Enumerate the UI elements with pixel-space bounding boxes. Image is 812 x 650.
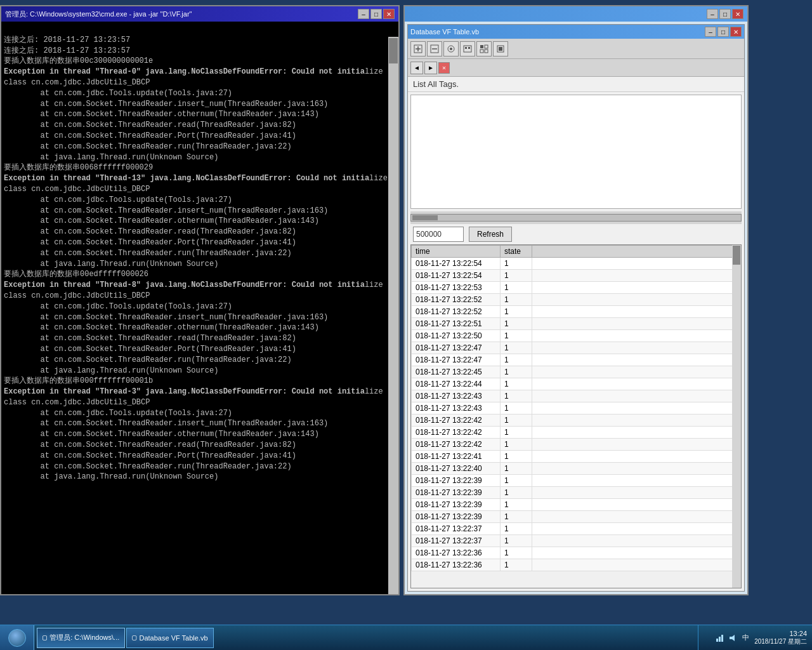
- cell-state: 1: [501, 499, 532, 511]
- table-row[interactable]: 018-11-27 13:22:421: [412, 427, 741, 439]
- cmd-maximize-button[interactable]: □: [370, 9, 382, 19]
- cmd-error-4: Exception in thread "Thread-3" java.lang…: [4, 387, 365, 396]
- refresh-button[interactable]: Refresh: [469, 227, 512, 242]
- toolbar-btn-5[interactable]: [476, 41, 492, 56]
- right-minimize-button[interactable]: –: [707, 9, 718, 19]
- cell-extra: [532, 318, 741, 330]
- cmd-error-1b: lize class cn.com.jdbc.JdbcUtils_DBCP at…: [4, 67, 388, 172]
- cmd-close-button[interactable]: ✕: [383, 9, 395, 19]
- table-row[interactable]: 018-11-27 13:22:471: [412, 342, 741, 354]
- cell-extra: [532, 306, 741, 318]
- cell-time: 018-11-27 13:22:51: [412, 318, 501, 330]
- sub-maximize-button[interactable]: □: [717, 27, 729, 37]
- table-row[interactable]: 018-11-27 13:22:361: [412, 559, 741, 571]
- cell-time: 018-11-27 13:22:37: [412, 535, 501, 547]
- table-row[interactable]: 018-11-27 13:22:391: [412, 499, 741, 511]
- table-row[interactable]: 018-11-27 13:22:451: [412, 366, 741, 378]
- h-scrollbar[interactable]: [410, 211, 742, 224]
- table-row[interactable]: 018-11-27 13:22:471: [412, 354, 741, 366]
- windows-orb: [8, 629, 26, 647]
- right-title-text: [409, 10, 707, 18]
- table-row[interactable]: 018-11-27 13:22:391: [412, 475, 741, 487]
- nav-back-button[interactable]: ◀: [410, 62, 423, 74]
- right-window: – □ ✕ Database VF Table.vb – □ ✕: [403, 5, 749, 595]
- start-button[interactable]: [0, 625, 34, 651]
- table-row[interactable]: 018-11-27 13:22:371: [412, 523, 741, 535]
- cell-extra: [532, 535, 741, 547]
- cell-state: 1: [501, 402, 532, 415]
- cmd-scrollbar[interactable]: [388, 37, 398, 594]
- cell-extra: [532, 390, 741, 402]
- cell-state: 1: [501, 354, 532, 366]
- table-row[interactable]: 018-11-27 13:22:521: [412, 294, 741, 306]
- cell-extra: [532, 547, 741, 559]
- toolbar-btn-1[interactable]: [410, 41, 426, 56]
- content-area: List All Tags. Refresh: [408, 77, 744, 591]
- taskbar-clock[interactable]: 13:24 2018/11/27 星期二: [754, 630, 807, 646]
- table-row[interactable]: 018-11-27 13:22:541: [412, 258, 741, 270]
- svg-rect-10: [480, 45, 483, 48]
- table-row[interactable]: 018-11-27 13:22:421: [412, 415, 741, 427]
- table-row[interactable]: 018-11-27 13:22:371: [412, 535, 741, 547]
- sub-title-text: Database VF Table.vb: [410, 28, 705, 36]
- cell-time: 018-11-27 13:22:53: [412, 282, 501, 294]
- cmd-title-text: 管理员: C:\Windows\system32\cmd.exe - java …: [5, 10, 358, 19]
- tree-panel[interactable]: [410, 95, 742, 209]
- table-row[interactable]: 018-11-27 13:22:511: [412, 318, 741, 330]
- sub-minimize-button[interactable]: –: [705, 27, 716, 37]
- table-row[interactable]: 018-11-27 13:22:521: [412, 306, 741, 318]
- cell-extra: [532, 439, 741, 451]
- table-row[interactable]: 018-11-27 13:22:531: [412, 282, 741, 294]
- taskbar-item-db[interactable]: ▢ Database VF Table.vb: [126, 628, 213, 648]
- data-table-body: 018-11-27 13:22:541018-11-27 13:22:54101…: [412, 258, 741, 571]
- nav-forward-button[interactable]: ▶: [424, 62, 437, 74]
- data-table: time state 018-11-27 13:22:541018-11-27 …: [411, 245, 741, 571]
- table-row[interactable]: 018-11-27 13:22:431: [412, 402, 741, 415]
- count-input[interactable]: [413, 227, 464, 242]
- cmd-error-3b: lize class cn.com.jdbc.JdbcUtils_DBCP at…: [4, 281, 388, 385]
- cell-extra: [532, 463, 741, 475]
- cell-time: 018-11-27 13:22:39: [412, 511, 501, 523]
- table-row[interactable]: 018-11-27 13:22:501: [412, 330, 741, 342]
- svg-point-6: [450, 48, 452, 50]
- table-row[interactable]: 018-11-27 13:22:421: [412, 439, 741, 451]
- cell-time: 018-11-27 13:22:50: [412, 330, 501, 342]
- sub-close-button[interactable]: ✕: [730, 27, 742, 37]
- data-table-container: time state 018-11-27 13:22:541018-11-27 …: [410, 244, 742, 588]
- right-close-button[interactable]: ✕: [732, 9, 743, 19]
- table-row[interactable]: 018-11-27 13:22:391: [412, 487, 741, 499]
- table-scroll[interactable]: time state 018-11-27 13:22:541018-11-27 …: [411, 245, 741, 588]
- right-maximize-button[interactable]: □: [719, 9, 731, 19]
- cell-state: 1: [501, 318, 532, 330]
- table-row[interactable]: 018-11-27 13:22:411: [412, 451, 741, 463]
- cmd-minimize-button[interactable]: –: [358, 9, 369, 19]
- toolbar-btn-3[interactable]: [443, 41, 459, 56]
- table-row[interactable]: 018-11-27 13:22:441: [412, 378, 741, 390]
- cmd-error-1: Exception in thread "Thread-0" java.lang…: [4, 67, 365, 76]
- table-row[interactable]: 018-11-27 13:22:541: [412, 270, 741, 282]
- cmd-error-2: Exception in thread "Thread-13" java.lan…: [4, 174, 369, 183]
- sub-titlebar: Database VF Table.vb – □ ✕: [408, 25, 744, 39]
- toolbar-btn-4[interactable]: [460, 41, 475, 56]
- clock-date: 2018/11/27 星期二: [754, 637, 807, 646]
- table-row[interactable]: 018-11-27 13:22:401: [412, 463, 741, 475]
- cell-extra: [532, 378, 741, 390]
- taskbar-item-cmd[interactable]: ▢ 管理员: C:\Windows\...: [37, 628, 125, 648]
- table-scrollbar[interactable]: [732, 245, 741, 588]
- table-row[interactable]: 018-11-27 13:22:361: [412, 547, 741, 559]
- cell-time: 018-11-27 13:22:39: [412, 499, 501, 511]
- cell-extra: [532, 559, 741, 571]
- cell-extra: [532, 511, 741, 523]
- cell-state: 1: [501, 439, 532, 451]
- toolbar-btn-2[interactable]: [427, 41, 442, 56]
- cmd-error-2b: lize class cn.com.jdbc.JdbcUtils_DBCP at…: [4, 174, 392, 279]
- cell-time: 018-11-27 13:22:42: [412, 427, 501, 439]
- svg-rect-18: [721, 635, 723, 642]
- cell-extra: [532, 330, 741, 342]
- table-row[interactable]: 018-11-27 13:22:431: [412, 390, 741, 402]
- cell-time: 018-11-27 13:22:36: [412, 547, 501, 559]
- nav-close-button[interactable]: ✕: [438, 62, 450, 74]
- cell-time: 018-11-27 13:22:40: [412, 463, 501, 475]
- toolbar-btn-6[interactable]: [493, 41, 508, 56]
- table-row[interactable]: 018-11-27 13:22:391: [412, 511, 741, 523]
